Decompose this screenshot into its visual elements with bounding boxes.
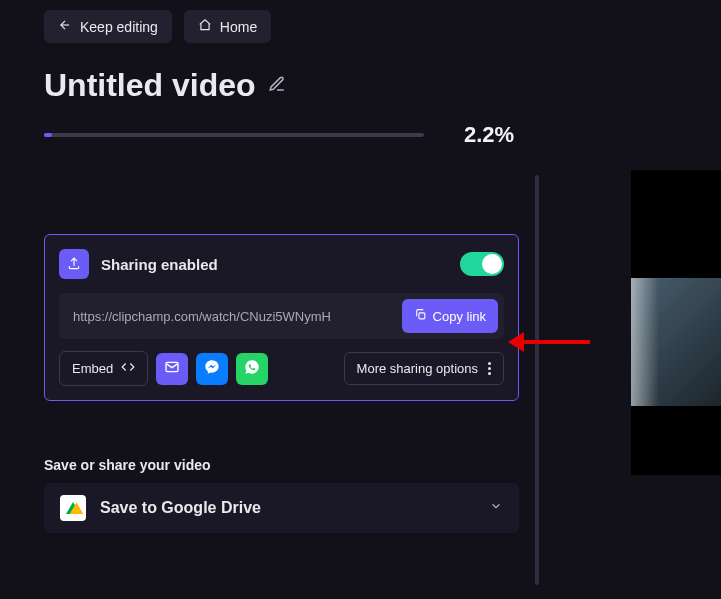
video-title: Untitled video xyxy=(44,67,256,104)
scrollbar[interactable] xyxy=(535,175,539,585)
copy-icon xyxy=(414,308,427,324)
save-google-drive-button[interactable]: Save to Google Drive xyxy=(44,483,519,533)
share-email-button[interactable] xyxy=(156,353,188,385)
svg-rect-0 xyxy=(418,313,424,319)
code-icon xyxy=(121,360,135,377)
share-whatsapp-button[interactable] xyxy=(236,353,268,385)
chevron-down-icon xyxy=(489,499,503,517)
share-icon xyxy=(59,249,89,279)
home-icon xyxy=(198,18,212,35)
copy-link-button[interactable]: Copy link xyxy=(402,299,498,333)
sharing-heading: Sharing enabled xyxy=(101,256,218,273)
more-sharing-label: More sharing options xyxy=(357,361,478,376)
more-vertical-icon xyxy=(488,362,491,375)
sharing-toggle[interactable] xyxy=(460,252,504,276)
arrow-left-icon xyxy=(58,18,72,35)
progress-percent: 2.2% xyxy=(464,122,514,148)
google-drive-icon xyxy=(60,495,86,521)
embed-label: Embed xyxy=(72,361,113,376)
share-link-row: https://clipchamp.com/watch/CNuzi5WNymH … xyxy=(59,293,504,339)
video-frame-highlight xyxy=(631,278,659,406)
whatsapp-icon xyxy=(244,359,260,379)
mail-icon xyxy=(164,359,180,379)
more-sharing-button[interactable]: More sharing options xyxy=(344,352,504,385)
messenger-icon xyxy=(204,359,220,379)
progress-fill xyxy=(44,133,52,137)
edit-title-button[interactable] xyxy=(268,75,286,97)
home-label: Home xyxy=(220,19,257,35)
pencil-icon xyxy=(268,75,286,97)
video-preview xyxy=(631,170,721,475)
progress-bar xyxy=(44,133,424,137)
share-link-value[interactable]: https://clipchamp.com/watch/CNuzi5WNymH xyxy=(73,309,392,324)
copy-link-label: Copy link xyxy=(433,309,486,324)
keep-editing-label: Keep editing xyxy=(80,19,158,35)
save-section-heading: Save or share your video xyxy=(44,457,677,473)
sharing-panel: Sharing enabled https://clipchamp.com/wa… xyxy=(44,234,519,401)
keep-editing-button[interactable]: Keep editing xyxy=(44,10,172,43)
save-google-drive-label: Save to Google Drive xyxy=(100,499,261,517)
toggle-thumb xyxy=(482,254,502,274)
home-button[interactable]: Home xyxy=(184,10,271,43)
embed-button[interactable]: Embed xyxy=(59,351,148,386)
share-messenger-button[interactable] xyxy=(196,353,228,385)
annotation-arrow xyxy=(508,332,590,352)
